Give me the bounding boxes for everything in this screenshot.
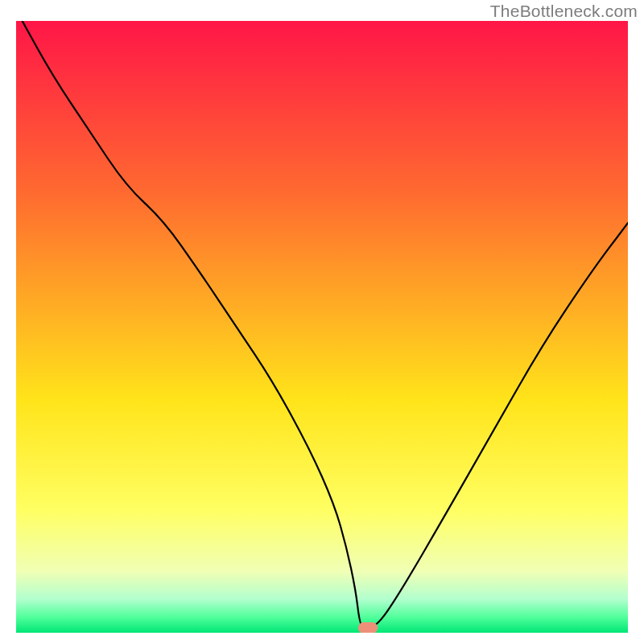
chart-svg xyxy=(16,21,628,633)
watermark-text: TheBottleneck.com xyxy=(490,2,638,21)
optimal-point-marker xyxy=(358,622,378,633)
plot-area xyxy=(16,21,628,633)
chart-container: TheBottleneck.com xyxy=(0,0,644,644)
chart-background xyxy=(16,21,628,633)
